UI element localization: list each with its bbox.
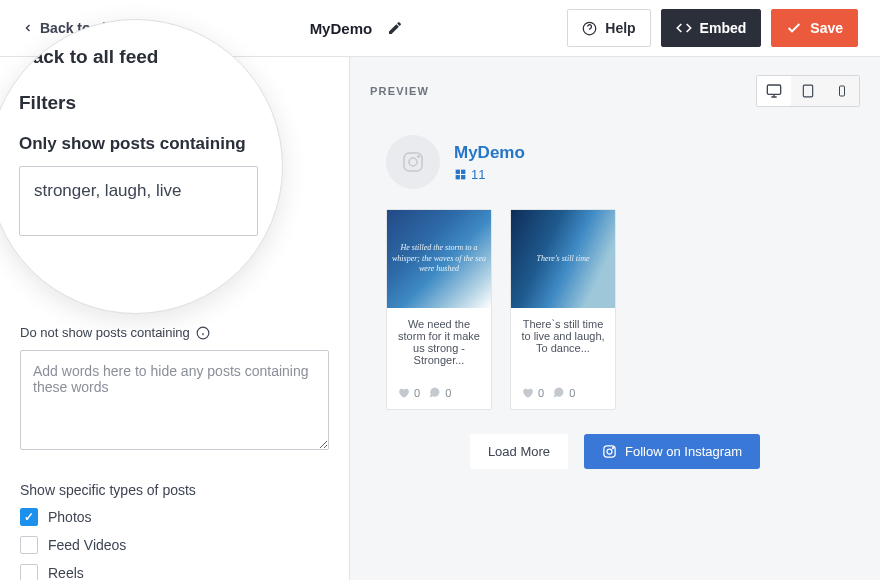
edit-feed-name-button[interactable] xyxy=(382,15,408,41)
magnifier-overlay: Back to all feed Filters Only show posts… xyxy=(0,19,283,314)
exclude-label: Do not show posts containing xyxy=(20,325,190,340)
svg-point-20 xyxy=(607,449,612,454)
post-image: There's still time xyxy=(511,210,615,308)
code-icon xyxy=(676,20,692,36)
post-caption: There`s still time to live and laugh, To… xyxy=(511,308,615,384)
checkbox-icon xyxy=(20,536,38,554)
pencil-icon xyxy=(387,20,403,36)
svg-rect-18 xyxy=(461,175,465,179)
instagram-icon xyxy=(602,444,617,459)
grid-icon xyxy=(454,168,467,181)
chevron-left-icon xyxy=(22,22,34,34)
comment-icon[interactable] xyxy=(428,386,441,399)
mobile-icon xyxy=(836,84,848,98)
help-button[interactable]: Help xyxy=(567,9,650,47)
preview-label: PREVIEW xyxy=(370,85,429,97)
exclude-textarea[interactable] xyxy=(20,350,329,450)
info-icon[interactable] xyxy=(196,326,210,340)
feed-name: MyDemo xyxy=(310,20,373,37)
sidebar: Do not show posts containing Show specif… xyxy=(0,56,350,580)
embed-button[interactable]: Embed xyxy=(661,9,762,47)
heart-icon[interactable] xyxy=(521,386,534,399)
help-icon xyxy=(582,21,597,36)
checkbox-label: Photos xyxy=(48,509,92,525)
magnified-back-label: Back to all feed xyxy=(19,46,258,68)
exclude-label-row: Do not show posts containing xyxy=(20,325,329,340)
preview-pane: PREVIEW MyDemo 11 xyxy=(350,56,880,580)
comment-icon[interactable] xyxy=(552,386,565,399)
svg-point-21 xyxy=(612,448,613,449)
checkbox-label: Feed Videos xyxy=(48,537,126,553)
checkbox-icon xyxy=(20,564,38,580)
tablet-icon xyxy=(801,84,815,98)
svg-rect-5 xyxy=(767,85,780,94)
svg-point-13 xyxy=(409,158,417,166)
instagram-icon xyxy=(401,150,425,174)
svg-rect-16 xyxy=(461,169,465,173)
avatar xyxy=(386,135,440,189)
profile-name[interactable]: MyDemo xyxy=(454,143,525,163)
checkbox-feed-videos[interactable]: Feed Videos xyxy=(20,536,329,554)
magnified-include-textarea[interactable]: stronger, laugh, live xyxy=(19,166,258,236)
checkbox-reels[interactable]: Reels xyxy=(20,564,329,580)
checkbox-icon xyxy=(20,508,38,526)
save-label: Save xyxy=(810,20,843,36)
device-desktop-button[interactable] xyxy=(757,76,791,106)
magnified-only-label: Only show posts containing xyxy=(19,134,258,154)
checkbox-label: Reels xyxy=(48,565,84,580)
types-heading: Show specific types of posts xyxy=(20,482,329,498)
load-more-button[interactable]: Load More xyxy=(470,434,568,469)
feed-title-group: MyDemo xyxy=(310,15,409,41)
device-tablet-button[interactable] xyxy=(791,76,825,106)
embed-label: Embed xyxy=(700,20,747,36)
magnified-filters-heading: Filters xyxy=(19,92,258,114)
post-caption: We need the storm for it make us strong … xyxy=(387,308,491,384)
svg-rect-10 xyxy=(840,86,845,96)
checkbox-photos[interactable]: Photos xyxy=(20,508,329,526)
help-label: Help xyxy=(605,20,635,36)
heart-icon[interactable] xyxy=(397,386,410,399)
check-icon xyxy=(786,20,802,36)
svg-rect-17 xyxy=(456,175,460,179)
device-mobile-button[interactable] xyxy=(825,76,859,106)
profile-post-count: 11 xyxy=(454,167,525,182)
svg-point-14 xyxy=(418,156,420,158)
profile-header: MyDemo 11 xyxy=(350,107,880,201)
post-card[interactable]: There's still time There`s still time to… xyxy=(510,209,616,410)
follow-label: Follow on Instagram xyxy=(625,444,742,459)
post-meta: 0 0 xyxy=(387,384,491,409)
post-card[interactable]: He stilled the storm to a whisper; the w… xyxy=(386,209,492,410)
save-button[interactable]: Save xyxy=(771,9,858,47)
monitor-icon xyxy=(766,83,782,99)
magnified-include-value: stronger, laugh, live xyxy=(34,181,181,200)
svg-rect-15 xyxy=(456,169,460,173)
post-meta: 0 0 xyxy=(511,384,615,409)
follow-instagram-button[interactable]: Follow on Instagram xyxy=(584,434,760,469)
device-picker xyxy=(756,75,860,107)
svg-rect-8 xyxy=(803,85,812,97)
post-image: He stilled the storm to a whisper; the w… xyxy=(387,210,491,308)
